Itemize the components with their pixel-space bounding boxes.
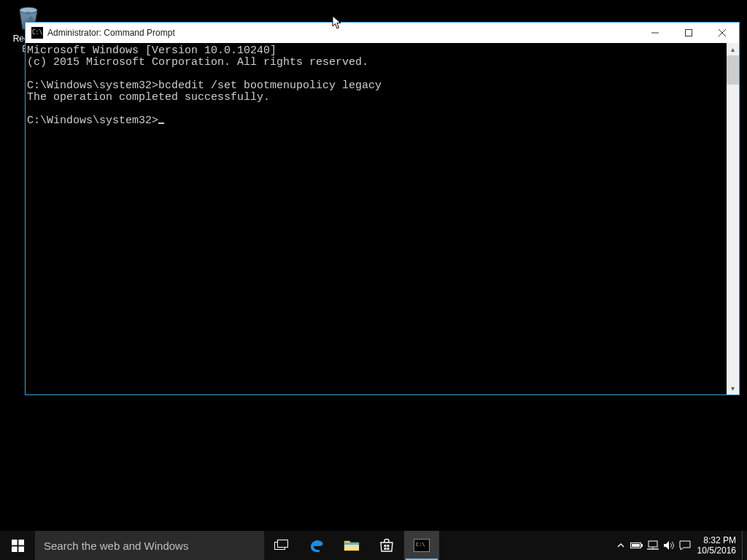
taskbar: Search the web and Windows C [0, 531, 747, 560]
terminal-line: (c) 2015 Microsoft Corporation. All righ… [27, 56, 368, 69]
svg-rect-11 [278, 540, 288, 548]
taskbar-app-edge[interactable] [299, 531, 334, 560]
task-view-button[interactable] [264, 531, 299, 560]
cmd-app-icon [31, 27, 43, 39]
text-cursor [158, 122, 164, 124]
store-icon [379, 538, 394, 553]
taskbar-search-box[interactable]: Search the web and Windows [35, 531, 264, 560]
tray-action-center-icon[interactable] [677, 531, 693, 560]
show-desktop-button[interactable] [742, 531, 747, 560]
cmd-icon: C:\ [414, 539, 430, 552]
taskbar-app-command-prompt[interactable]: C:\ [404, 531, 439, 560]
svg-rect-14 [384, 545, 387, 547]
vertical-scrollbar[interactable]: ▴ ▾ [727, 43, 739, 394]
clock-time: 8:32 PM [703, 535, 736, 545]
terminal-line: C:\Windows\system32>bcdedit /set bootmen… [27, 79, 382, 92]
scroll-track[interactable] [727, 85, 739, 382]
scroll-thumb[interactable] [727, 55, 739, 85]
svg-rect-22 [632, 544, 640, 547]
svg-rect-15 [387, 545, 390, 547]
taskbar-search-placeholder: Search the web and Windows [44, 540, 188, 552]
window-titlebar[interactable]: Administrator: Command Prompt [26, 23, 739, 43]
taskbar-app-file-explorer[interactable] [334, 531, 369, 560]
svg-rect-23 [649, 541, 657, 547]
terminal-line: The operation completed successfully. [27, 91, 270, 104]
svg-rect-13 [344, 542, 359, 545]
svg-rect-8 [12, 546, 18, 552]
svg-rect-9 [18, 546, 24, 552]
tray-battery-icon[interactable] [629, 531, 645, 560]
terminal-output[interactable]: Microsoft Windows [Version 10.0.10240] (… [26, 43, 727, 394]
notifications-icon [679, 540, 691, 551]
window-close-button[interactable] [705, 23, 739, 43]
task-view-icon [274, 540, 289, 551]
edge-icon [308, 537, 325, 554]
folder-icon [344, 539, 360, 552]
scroll-down-button[interactable]: ▾ [727, 382, 739, 394]
svg-rect-21 [641, 544, 643, 547]
system-tray: 8:32 PM 10/5/2016 [613, 531, 747, 560]
terminal-line: Microsoft Windows [Version 10.0.10240] [27, 44, 276, 57]
svg-text:C:\: C:\ [416, 542, 425, 548]
network-icon [647, 540, 659, 551]
taskbar-clock[interactable]: 8:32 PM 10/5/2016 [693, 535, 742, 556]
chevron-up-icon [617, 542, 624, 549]
svg-rect-16 [384, 548, 387, 550]
taskbar-app-store[interactable] [369, 531, 404, 560]
tray-overflow-button[interactable] [613, 531, 629, 560]
window-maximize-button[interactable] [672, 23, 705, 43]
window-minimize-button[interactable] [638, 23, 672, 43]
svg-rect-17 [387, 548, 390, 550]
tray-volume-icon[interactable] [661, 531, 677, 560]
scroll-up-button[interactable]: ▴ [727, 43, 739, 55]
speaker-icon [663, 540, 675, 551]
tray-network-icon[interactable] [645, 531, 661, 560]
clock-date: 10/5/2016 [697, 545, 736, 556]
windows-logo-icon [12, 540, 24, 552]
svg-rect-3 [686, 30, 692, 36]
window-title: Administrator: Command Prompt [47, 28, 175, 38]
svg-rect-7 [18, 540, 24, 545]
command-prompt-window: Administrator: Command Prompt Microsoft … [25, 22, 740, 395]
svg-rect-6 [12, 540, 18, 545]
start-button[interactable] [0, 531, 35, 560]
terminal-prompt: C:\Windows\system32> [27, 114, 164, 127]
battery-icon [630, 541, 643, 550]
svg-rect-12 [344, 545, 359, 551]
